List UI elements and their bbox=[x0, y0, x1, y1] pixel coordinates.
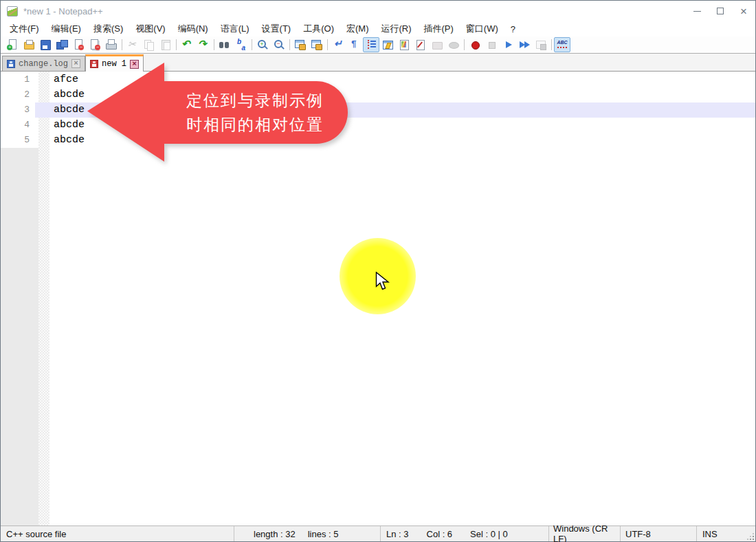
tab-close-icon[interactable]: × bbox=[71, 59, 80, 68]
sync-vertical-button[interactable] bbox=[292, 37, 309, 52]
window-title: *new 1 - Notepad++ bbox=[23, 6, 103, 17]
menu-item-language[interactable]: 语言(L) bbox=[214, 21, 256, 36]
document-map-button[interactable] bbox=[396, 37, 412, 52]
menu-item-settings[interactable]: 设置(T) bbox=[256, 21, 298, 36]
minimize-button[interactable] bbox=[685, 1, 709, 21]
sync-horizontal-button[interactable] bbox=[309, 37, 325, 52]
monitoring-button[interactable] bbox=[445, 37, 462, 52]
editor-line: 4 abcde bbox=[1, 118, 755, 133]
word-wrap-button[interactable] bbox=[330, 37, 346, 52]
macro-record-button[interactable] bbox=[467, 37, 483, 52]
status-length-lines: length : 32 lines : 5 bbox=[234, 526, 381, 541]
copy-button[interactable] bbox=[141, 37, 157, 52]
minimize-icon bbox=[693, 11, 701, 12]
menu-item-run[interactable]: 运行(R) bbox=[375, 21, 417, 36]
tab-bar: change.log × new 1 × bbox=[1, 54, 755, 72]
toolbar-icon bbox=[23, 39, 34, 50]
editor-line: 5 abcde bbox=[1, 133, 755, 148]
macro-stop-button[interactable] bbox=[483, 37, 500, 52]
open-file-button[interactable] bbox=[21, 37, 37, 52]
window-controls: × bbox=[685, 1, 755, 21]
toolbar-icon bbox=[236, 39, 247, 50]
tab-change-log[interactable]: change.log × bbox=[2, 56, 85, 71]
function-list-button[interactable] bbox=[379, 37, 396, 52]
redo-button[interactable] bbox=[195, 37, 212, 52]
close-all-button[interactable] bbox=[87, 37, 103, 52]
toolbar-icon bbox=[519, 39, 530, 50]
macro-run-multiple-button[interactable] bbox=[516, 37, 533, 52]
menu-item-view[interactable]: 视图(V) bbox=[129, 21, 171, 36]
spell-check-button[interactable] bbox=[554, 37, 570, 52]
close-file-button[interactable] bbox=[70, 37, 87, 52]
line-number-margin bbox=[1, 148, 38, 525]
user-lang-dialog-button[interactable] bbox=[412, 37, 429, 52]
line-text: abcde bbox=[49, 87, 755, 102]
toolbar-icon bbox=[311, 39, 322, 50]
toolbar-icon bbox=[557, 39, 568, 50]
toolbar-icon bbox=[127, 39, 138, 50]
toolbar-icon bbox=[274, 39, 285, 50]
status-column: Col : 6 bbox=[427, 529, 453, 539]
toolbar-separator bbox=[462, 37, 467, 52]
toolbar-icon bbox=[122, 39, 122, 50]
menu-item-macro[interactable]: 宏(M) bbox=[340, 21, 375, 36]
save-file-button[interactable] bbox=[37, 37, 54, 52]
menu-item-file[interactable]: 文件(F) bbox=[3, 21, 45, 36]
zoom-in-button[interactable] bbox=[254, 37, 271, 52]
zoom-out-button[interactable] bbox=[271, 37, 287, 52]
status-bar: C++ source file length : 32 lines : 5 Ln… bbox=[1, 525, 755, 541]
new-file-button[interactable] bbox=[4, 37, 21, 52]
menu-item-window[interactable]: 窗口(W) bbox=[460, 21, 504, 36]
toolbar-separator bbox=[249, 37, 254, 52]
toolbar bbox=[1, 36, 755, 54]
paste-button[interactable] bbox=[157, 37, 174, 52]
toolbar-icon bbox=[289, 39, 290, 50]
toolbar-icon bbox=[40, 39, 51, 50]
app-logo-icon bbox=[7, 6, 18, 17]
toolbar-icon bbox=[432, 39, 443, 50]
close-button[interactable]: × bbox=[732, 1, 755, 21]
menu-item-encoding[interactable]: 编码(N) bbox=[172, 21, 214, 36]
menu-item-tools[interactable]: 工具(O) bbox=[297, 21, 340, 36]
undo-button[interactable] bbox=[179, 37, 195, 52]
menu-item-search[interactable]: 搜索(S) bbox=[87, 21, 129, 36]
toolbar-icon bbox=[7, 39, 18, 50]
toolbar-icon bbox=[469, 39, 480, 50]
find-button[interactable] bbox=[216, 37, 233, 52]
line-number: 5 bbox=[1, 133, 35, 148]
toolbar-icon bbox=[176, 39, 177, 50]
toolbar-icon bbox=[551, 39, 552, 50]
line-text: abcde bbox=[49, 102, 755, 118]
replace-button[interactable] bbox=[233, 37, 249, 52]
cut-button[interactable] bbox=[124, 37, 141, 52]
show-all-characters-button[interactable] bbox=[346, 37, 363, 52]
maximize-button[interactable] bbox=[709, 1, 732, 21]
editor-lines: 1 afce 2 abcde 3 abcde 4 abcde 5 bbox=[1, 72, 755, 148]
tab-new-1[interactable]: new 1 × bbox=[85, 54, 144, 72]
line-text: abcde bbox=[49, 133, 755, 148]
indent-guide-button[interactable] bbox=[363, 37, 379, 52]
fold-cell bbox=[35, 87, 49, 102]
status-encoding: UTF-8 bbox=[621, 526, 697, 541]
fold-cell bbox=[35, 102, 49, 118]
toolbar-icon bbox=[144, 39, 155, 50]
macro-play-button[interactable] bbox=[500, 37, 516, 52]
print-button[interactable] bbox=[103, 37, 120, 52]
tab-close-icon[interactable]: × bbox=[130, 60, 139, 69]
folder-workspace-button[interactable] bbox=[429, 37, 445, 52]
save-all-button[interactable] bbox=[54, 37, 70, 52]
toolbar-icon bbox=[366, 39, 377, 50]
resize-grip[interactable] bbox=[747, 533, 754, 540]
menu-item-edit[interactable]: 编辑(E) bbox=[45, 21, 87, 36]
fold-cell bbox=[35, 133, 49, 148]
menu-item-plugins[interactable]: 插件(P) bbox=[418, 21, 460, 36]
toolbar-icon bbox=[399, 39, 410, 50]
toolbar-icon bbox=[415, 39, 426, 50]
title-bar: *new 1 - Notepad++ × bbox=[1, 1, 755, 21]
menu-item-help[interactable]: ? bbox=[504, 23, 522, 36]
text-editor[interactable]: 1 afce 2 abcde 3 abcde 4 abcde 5 bbox=[1, 72, 755, 525]
macro-save-button[interactable] bbox=[533, 37, 549, 52]
toolbar-icon bbox=[382, 39, 393, 50]
toolbar-icon bbox=[73, 39, 84, 50]
toolbar-icon bbox=[349, 39, 360, 50]
